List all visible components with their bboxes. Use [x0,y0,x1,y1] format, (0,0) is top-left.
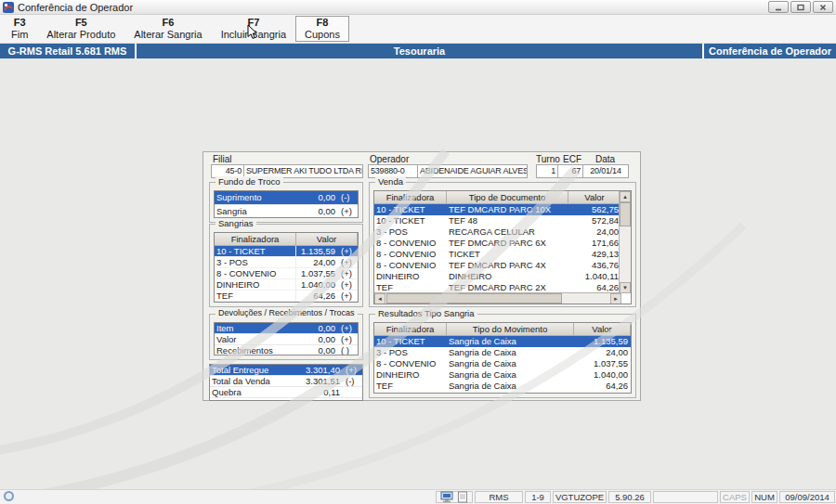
group-title: Venda [375,176,406,187]
totais-list: Total Entregue3.301,40(+)Total da Venda3… [209,364,363,401]
data-field[interactable]: 20/01/14 [582,164,629,178]
cell-sign: (+) [337,291,358,301]
cell-value: 0,00 [287,334,337,344]
venda-row[interactable]: DINHEIRODINHEIRO1.040,11 [374,271,621,282]
scroll-left-icon[interactable]: ◄ [374,293,385,304]
group-title: Sangrias [216,218,256,228]
cell-finalizadora: 8 - CONVENIO [374,238,447,249]
table-header: Finalizadora Tipo de Documento Valor [374,191,621,204]
column-header-valor[interactable]: Valor [296,233,358,246]
turno-field[interactable]: 1 [536,164,558,178]
operador-name-field[interactable]: ABIDENAIDE AGUIAR ALVES [417,164,528,178]
statusbar-app: RMS [475,491,523,503]
total-row[interactable]: Quebra0,11 [210,387,362,398]
toolbar-button-f6-alterar-sangria[interactable]: F6 Alterar Sangria [124,16,211,42]
scroll-right-icon[interactable]: ► [610,293,621,304]
sangria-row[interactable]: 10 - TICKET1.135,59(+) [215,246,358,257]
close-button[interactable] [813,1,833,13]
venda-row[interactable]: 8 - CONVENIOTEF DMCARD PARC 6X171,66 [374,238,621,249]
statusbar-icons [436,491,473,503]
cell-valor: 1.040,00 [296,279,337,290]
column-header-tipo-movimento[interactable]: Tipo do Movimento [447,323,574,336]
app-header-bar: G-RMS Retail 5.681 RMS Tesouraria Confer… [0,44,836,58]
horizontal-scrollbar-thumb[interactable] [386,293,562,304]
toolbar-key: F6 [163,17,175,29]
cell-finalizadora: 8 - CONVENIO [215,268,296,278]
cell-finalizadora: 8 - CONVENIO [374,260,447,271]
cell-sign: (-) [342,376,362,386]
sangria-row[interactable]: TEF64,26(+) [215,291,358,302]
column-header-finalizadora[interactable]: Finalizadora [215,233,296,246]
venda-row[interactable]: 8 - CONVENIOTEF DMCARD PARC 4X436,76 [374,260,621,271]
cell-sign: ( ) [337,345,358,355]
horizontal-scrollbar-track[interactable] [385,293,610,304]
column-header-finalizadora[interactable]: Finalizadora [374,191,447,204]
cell-value: 0,00 [287,323,337,333]
cell-finalizadora: 8 - CONVENIO [374,249,447,260]
ecf-field[interactable]: 67 [557,164,583,178]
total-row[interactable]: Total Entregue3.301,40(+) [210,365,362,376]
venda-vertical-scrollbar[interactable]: ▲ ▼ [619,191,631,293]
cell-valor: 429,13 [568,249,621,260]
resultado-row[interactable]: DINHEIROSangria de Caixa1.040,00 [374,369,631,381]
cell-valor: 24,00 [296,257,337,267]
vertical-scrollbar-thumb[interactable] [620,202,631,226]
column-header-tipo-documento[interactable]: Tipo de Documento [447,191,568,204]
cell-tipo: DINHEIRO [447,271,568,282]
venda-horizontal-scrollbar[interactable]: ◄ ► [374,292,621,304]
resultado-row[interactable]: 8 - CONVENIOSangria de Caixa1.037,55 [374,358,631,369]
toolbar-button-f8-cupons[interactable]: F8 Cupons [295,16,349,42]
fundo-troco-row[interactable]: Sangria0,00(+) [215,205,358,218]
cell-label: Quebra [210,387,292,397]
cell-tipo: TEF DMCARD PARC 6X [447,238,568,249]
cell-sign: (+) [337,268,358,278]
statusbar-version: 5.90.26 [608,491,651,503]
column-header-valor[interactable]: Valor [574,323,631,336]
cell-finalizadora: 3 - POS [215,257,296,267]
cell-valor: 24,00 [568,226,621,238]
cell-tipo: RECARGA CELULAR [447,226,568,238]
fundo-troco-row[interactable]: Suprimento0,00(-) [215,191,358,205]
devolucao-row[interactable]: Item0,00(+) [215,323,358,334]
toolbar-button-f5-alterar-produto[interactable]: F5 Alterar Produto [37,16,124,42]
header-center-segment: Tesouraria [137,44,702,58]
cell-sign: (+) [337,279,358,290]
maximize-button[interactable] [790,1,811,13]
devolucao-row[interactable]: Valor0,00(+) [215,334,358,345]
operador-label: Operador [370,154,409,164]
devolucoes-list: Item0,00(+)Valor0,00(+)Recebimentos0,00(… [214,322,359,355]
cell-valor: 1.037,55 [574,358,631,369]
turno-label: Turno [536,154,560,164]
app-icon [3,2,14,13]
cell-valor: 171,66 [568,238,621,249]
sangria-row[interactable]: 3 - POS24,00(+) [215,257,358,268]
toolbar-key: F5 [75,17,87,29]
venda-row[interactable]: 10 - TICKETTEF 48572,84 [374,215,621,226]
sangria-row[interactable]: DINHEIRO1.040,00(+) [215,279,358,291]
devolucao-row[interactable]: Recebimentos0,00( ) [215,345,358,355]
cell-sign: (+) [337,257,358,267]
total-row[interactable]: Total da Venda3.301,51(-) [210,376,362,387]
resultado-row[interactable]: 10 - TICKETSangria de Caixa1.135,59 [374,336,631,347]
venda-row[interactable]: 10 - TICKETTEF DMCARD PARC 10X562,75 [374,204,621,215]
computer-icon [440,491,454,503]
scroll-up-icon[interactable]: ▲ [620,191,631,202]
column-header-valor[interactable]: Valor [568,191,621,204]
cell-sign [342,387,362,397]
minimize-button[interactable] [768,1,789,13]
venda-row[interactable]: 8 - CONVENIOTICKET429,13 [374,249,621,260]
sangria-row[interactable]: 8 - CONVENIO1.037,55(+) [215,268,358,279]
column-header-finalizadora[interactable]: Finalizadora [374,323,447,336]
resultado-row[interactable]: TEFSangria de Caixa64,26 [374,381,631,392]
cell-finalizadora: TEF [374,381,447,392]
fundo-de-troco-group: Fundo de Troco Suprimento0,00(-)Sangria0… [209,182,363,223]
filial-label: Filial [213,154,232,164]
toolbar-button-f3-fim[interactable]: F3 Fim [2,16,37,42]
resultado-row[interactable]: 3 - POSSangria de Caixa24,00 [374,347,631,358]
statusbar-range: 1-9 [525,491,551,503]
cell-value: 3.301,51 [292,376,342,386]
cell-sign: (+) [337,205,358,218]
cell-value: 0,00 [287,191,337,204]
venda-row[interactable]: 3 - POSRECARGA CELULAR24,00 [374,226,621,238]
cell-tipo: TEF DMCARD PARC 4X [447,260,568,271]
